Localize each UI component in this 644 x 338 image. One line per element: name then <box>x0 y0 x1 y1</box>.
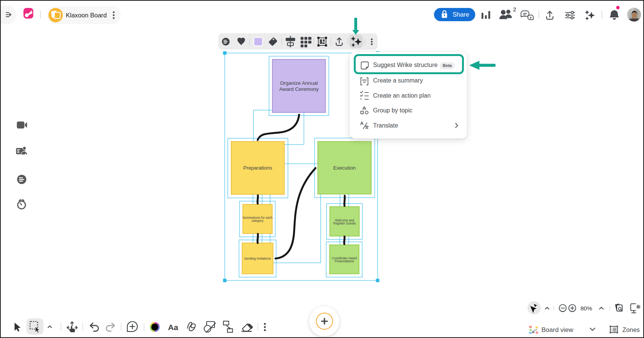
svg-text:Aa: Aa <box>168 323 178 332</box>
svg-text:2: 2 <box>513 6 516 12</box>
svg-text:80%: 80% <box>580 305 592 312</box>
